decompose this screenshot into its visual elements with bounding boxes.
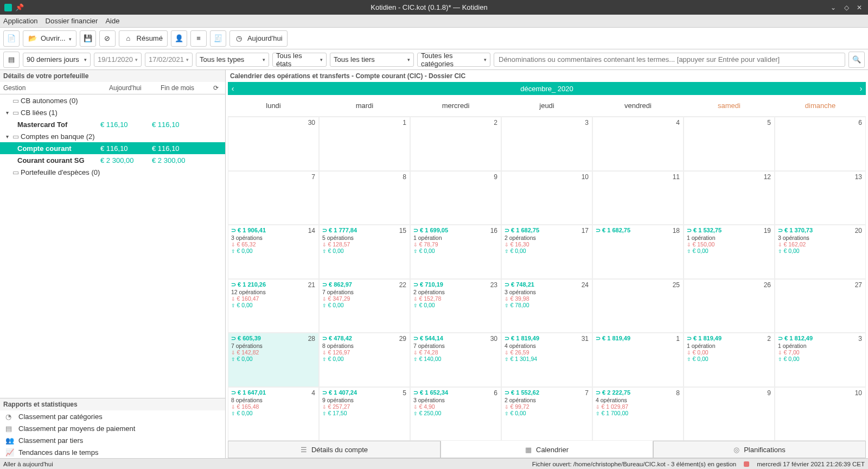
types-select[interactable]: Tous les types [196,53,269,67]
maximize-icon[interactable]: ◇ [842,3,851,12]
day-cell[interactable]: 20€ 1 370,733 opérations€ 162,02€ 0,00 [775,225,866,279]
day-cell[interactable]: 10 [775,387,866,441]
day-cell[interactable]: 5€ 1 407,249 opérations€ 257,27€ 17,50 [319,387,410,441]
portfolio-row[interactable]: ▾▭Comptes en banque (2) [0,130,225,142]
day-cell[interactable]: 2€ 1 819,491 opération€ 0,00€ 0,00 [684,333,775,387]
date-to-input[interactable]: 17/02/2021 [145,53,193,67]
day-cell[interactable]: 8 [319,171,410,225]
next-month-button[interactable]: › [856,84,866,93]
home-icon: ⌂ [124,34,133,43]
portfolio-row[interactable]: Mastercard Tof€ 116,10€ 116,10 [0,118,225,130]
day-cell[interactable]: 11 [592,171,684,225]
day-cell[interactable]: 22€ 862,977 opérations€ 347,29€ 0,00 [319,279,410,333]
day-cell[interactable]: 19€ 1 532,751 opération€ 150,00€ 0,00 [684,225,775,279]
day-cell[interactable]: 28€ 605,397 opérations€ 142,82€ 0,00 [228,333,319,387]
refresh-icon[interactable]: ⟳ [213,84,222,92]
thirds-select[interactable]: Tous les tiers [330,53,414,67]
minimize-icon[interactable]: ⌄ [829,3,838,12]
save-button[interactable]: 💾 [80,30,96,47]
tab-calendar[interactable]: ▦Calendrier [441,441,653,458]
day-cell[interactable]: 5 [684,117,775,171]
doc-button[interactable]: 🧾 [210,30,226,47]
portfolio-row[interactable]: Courant courant SG€ 2 300,00€ 2 300,00 [0,154,225,166]
day-cell[interactable]: 8€ 2 222,754 opérations€ 1 029,87€ 1 700… [592,387,684,441]
report-item[interactable]: 👥Classement par tiers [0,434,225,446]
report-icon: ◔ [5,413,14,421]
day-cell[interactable]: 29€ 478,428 opérations€ 126,97€ 0,00 [319,333,410,387]
day-cell[interactable]: 31€ 1 819,494 opérations€ 26,59€ 1 301,9… [501,333,592,387]
states-select[interactable]: Tous les états [272,53,327,67]
resume-button[interactable]: ⌂Résumé [119,30,168,47]
portfolio-row[interactable]: Compte courant€ 116,10€ 116,10 [0,142,225,154]
reports-title: Rapports et statistiques [0,398,225,410]
day-cell[interactable]: 24€ 748,213 opérations€ 39,98€ 78,00 [501,279,592,333]
day-cell[interactable]: 30 [228,117,319,171]
day-cell[interactable]: 2 [410,117,501,171]
day-cell[interactable]: 6€ 1 652,343 opérations€ 4,90€ 250,00 [410,387,501,441]
menu-application[interactable]: Application [3,17,38,25]
close-file-button[interactable]: ⊘ [99,30,116,47]
range-select[interactable]: 90 derniers jours [23,53,91,67]
today-button[interactable]: ◷Aujourd'hui [229,30,288,47]
tab-details[interactable]: ☰Détails du compte [228,441,441,458]
day-cell[interactable]: 9 [410,171,501,225]
day-cell[interactable]: 4 [592,117,684,171]
day-cell[interactable]: 10 [501,171,592,225]
day-cell[interactable]: 21€ 1 210,2612 opérations€ 160,47€ 0,00 [228,279,319,333]
open-icon: 📂 [28,34,37,43]
person-button[interactable]: 👤 [171,30,187,47]
close-icon[interactable]: ✕ [855,3,864,12]
category-button[interactable]: ≡ [190,30,207,47]
search-button[interactable]: 🔍 [848,52,865,68]
dayname: dimanche [775,95,866,117]
tab-planning[interactable]: ◎Planifications [653,441,866,458]
window-title: Kotidien - CIC.kot (0.1.8)* — Kotidien [29,3,829,11]
day-cell[interactable]: 9 [684,387,775,441]
day-cell[interactable]: 26 [684,279,775,333]
day-cell[interactable]: 6 [775,117,866,171]
new-file-button[interactable]: 📄 [3,30,20,47]
day-cell[interactable]: 7 [228,171,319,225]
pin-icon[interactable]: 📌 [15,3,24,11]
open-button[interactable]: 📂Ouvrir... [23,30,76,47]
search-input[interactable] [494,53,845,67]
menu-aide[interactable]: Aide [105,17,119,25]
portfolio-row[interactable]: ▭Portefeuille d'espèces (0) [0,166,225,178]
day-cell[interactable]: 25 [592,279,684,333]
menubar: Application Dossier financier Aide [0,15,868,28]
day-cell[interactable]: 27 [775,279,866,333]
day-cell[interactable]: 18€ 1 682,75 [592,225,684,279]
day-cell[interactable]: 3€ 1 812,491 opération€ 7,00€ 0,00 [775,333,866,387]
day-cell[interactable]: 4€ 1 647,018 opérations€ 165,48€ 0,00 [228,387,319,441]
search-icon: 🔍 [852,55,861,65]
report-item[interactable]: 📈Tendances dans le temps [0,446,225,458]
report-item[interactable]: ◔Classement par catégories [0,410,225,422]
day-cell[interactable]: 12 [684,171,775,225]
prev-month-button[interactable]: ‹ [228,84,238,93]
day-cell[interactable]: 3 [501,117,592,171]
status-left: Aller à aujourd'hui [3,461,53,467]
day-cell[interactable]: 15€ 1 777,845 opérations€ 128,57€ 0,00 [319,225,410,279]
date-from-input[interactable]: 19/11/2020 [94,53,142,67]
day-cell[interactable]: 1€ 1 819,49 [592,333,684,387]
filter-toggle-button[interactable]: ▤ [3,52,20,68]
categories-select[interactable]: Toutes les catégories [417,53,490,67]
report-item[interactable]: ▤Classement par moyens de paiement [0,422,225,434]
day-cell[interactable]: 16€ 1 699,051 opération€ 78,79€ 0,00 [410,225,501,279]
day-cell[interactable]: 7€ 1 552,622 opérations€ 99,72€ 0,00 [501,387,592,441]
day-cell[interactable]: 17€ 1 682,752 opérations€ 16,30€ 0,00 [501,225,592,279]
portfolio-row[interactable]: ▭CB autonomes (0) [0,94,225,106]
report-icon: 📈 [5,448,14,457]
dayname: lundi [228,95,319,117]
menu-dossier[interactable]: Dossier financier [46,17,98,25]
day-cell[interactable]: 14€ 1 906,413 opérations€ 65,32€ 0,00 [228,225,319,279]
portfolio-row[interactable]: ▾▭CB liées (1) [0,106,225,118]
new-file-icon: 📄 [7,34,16,43]
dayname: jeudi [501,95,592,117]
day-cell[interactable]: 13 [775,171,866,225]
day-cell[interactable]: 30€ 544,147 opérations€ 74,28€ 140,00 [410,333,501,387]
calendar-header: ‹ décembre_ 2020 › [228,82,866,95]
day-cell[interactable]: 23€ 710,192 opérations€ 152,78€ 0,00 [410,279,501,333]
day-cell[interactable]: 1 [319,117,410,171]
rightpane: Calendrier des opérations et transferts … [226,70,868,458]
